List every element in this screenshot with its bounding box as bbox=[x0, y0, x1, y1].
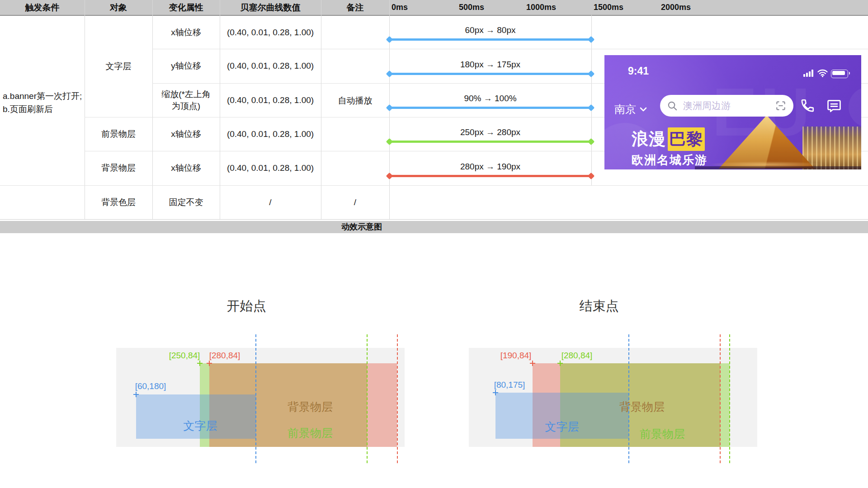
anim-value-label: 180px → 175px bbox=[389, 60, 591, 70]
anim-value-label: 280px → 190px bbox=[389, 162, 591, 172]
message-icon[interactable] bbox=[826, 98, 842, 113]
timeline-bar-fg-x bbox=[389, 141, 591, 143]
trigger-condition-cell: a.banner第一次打开; b.页面刷新后 bbox=[3, 89, 83, 116]
headline-white: 浪漫 bbox=[632, 128, 666, 150]
start-text-layer-label: 文字层 bbox=[155, 418, 245, 431]
end-fg-coord: [280,84] bbox=[554, 351, 599, 361]
bar-end-diamond bbox=[588, 138, 595, 145]
end-fg-layer-label: 前景物层 bbox=[617, 427, 708, 439]
bar-end-diamond bbox=[588, 70, 595, 78]
timeline-tick-2000ms: 2000ms bbox=[661, 0, 691, 15]
end-bg-coord: [190,84] bbox=[493, 351, 538, 361]
search-icon bbox=[667, 101, 678, 111]
note-autoplay: 自动播放 bbox=[321, 16, 389, 185]
end-text-layer-label: 文字层 bbox=[517, 419, 607, 432]
search-input[interactable] bbox=[682, 100, 756, 112]
bar-end-diamond bbox=[588, 104, 595, 112]
trigger-line-2: b.页面刷新后 bbox=[3, 103, 83, 116]
end-bg-anchor-marker bbox=[530, 361, 535, 366]
header-trigger: 触发条件 bbox=[0, 0, 85, 15]
start-guide-red bbox=[397, 334, 398, 463]
timeline-bar-text-y bbox=[389, 73, 591, 75]
prop-x-move-1: x轴位移 bbox=[152, 16, 220, 49]
timeline-tick-500ms: 500ms bbox=[459, 0, 484, 15]
end-diagram-title: 结束点 bbox=[554, 297, 644, 315]
timeline-bar-text-x bbox=[389, 38, 591, 41]
bezier-value-1: (0.40, 0.01, 0.28, 1.00) bbox=[220, 16, 321, 49]
city-label: 南京 bbox=[614, 102, 636, 117]
start-diagram-title: 开始点 bbox=[201, 297, 292, 315]
prop-fixed: 固定不变 bbox=[152, 185, 220, 219]
timeline-tick-1000ms: 1000ms bbox=[526, 0, 556, 15]
bezier-slash: / bbox=[220, 185, 321, 219]
start-bg-layer-label: 背景物层 bbox=[265, 399, 355, 412]
start-fg-layer-label: 前景物层 bbox=[265, 426, 355, 438]
anim-value-label: 90% → 100% bbox=[389, 94, 591, 103]
banner-headline: 浪漫 巴黎 bbox=[632, 127, 705, 151]
object-bgcolor-layer: 背景色层 bbox=[85, 185, 152, 219]
prop-x-move-2: x轴位移 bbox=[152, 117, 220, 151]
prop-y-move: y轴位移 bbox=[152, 49, 220, 83]
timeline-bar-bg-x bbox=[389, 175, 591, 177]
start-text-coord: [60,180] bbox=[128, 381, 173, 391]
headline-yellow: 巴黎 bbox=[668, 127, 705, 151]
chevron-down-icon bbox=[640, 107, 647, 112]
start-bg-anchor-marker bbox=[207, 361, 212, 366]
start-fg-coord: [250,84] bbox=[162, 351, 207, 361]
photo-glow bbox=[708, 161, 826, 168]
header-property: 变化属性 bbox=[152, 0, 220, 15]
bezier-value-5: (0.40, 0.01, 0.28, 1.00) bbox=[220, 151, 321, 185]
phone-icon[interactable] bbox=[800, 98, 815, 113]
start-guide-blue bbox=[255, 334, 256, 463]
table-bottom-border bbox=[0, 219, 868, 220]
banner-deco-circle bbox=[849, 87, 861, 127]
bar-end-diamond bbox=[588, 173, 595, 180]
timeline-tick-1500ms: 1500ms bbox=[594, 0, 623, 15]
note-slash: / bbox=[321, 185, 389, 219]
trigger-line-1: a.banner第一次打开; bbox=[3, 89, 83, 103]
object-text-layer: 文字层 bbox=[85, 16, 152, 117]
header-object: 对象 bbox=[85, 0, 152, 15]
bezier-value-2: (0.40, 0.01, 0.28, 1.00) bbox=[220, 49, 321, 83]
start-bg-coord: [280,84] bbox=[202, 351, 247, 361]
header-note: 备注 bbox=[321, 0, 389, 15]
prop-scale: 缩放(*左上角为顶点) bbox=[152, 83, 220, 117]
object-bg-layer: 背景物层 bbox=[85, 151, 152, 185]
end-guide-red bbox=[720, 334, 721, 463]
anim-value-label: 60px → 80px bbox=[389, 25, 591, 35]
object-fg-layer: 前景物层 bbox=[85, 117, 152, 151]
prop-x-move-3: x轴位移 bbox=[152, 151, 220, 185]
status-time: 9:41 bbox=[628, 65, 649, 77]
header-bezier: 贝塞尔曲线数值 bbox=[220, 0, 321, 15]
end-bg-layer-label: 背景物层 bbox=[597, 399, 687, 412]
end-guide-green bbox=[729, 334, 730, 463]
timeline-tick-0ms: 0ms bbox=[392, 0, 408, 15]
anim-value-label: 250px → 280px bbox=[389, 127, 591, 137]
bezier-value-4: (0.40, 0.01, 0.28, 1.00) bbox=[220, 117, 321, 151]
signal-icon bbox=[803, 70, 814, 77]
scan-icon[interactable] bbox=[775, 100, 787, 112]
end-guide-blue bbox=[628, 334, 629, 463]
start-fg-anchor-marker bbox=[197, 361, 203, 366]
section-divider-label: 动效示意图 bbox=[0, 221, 723, 233]
start-text-layer-rect bbox=[136, 394, 256, 439]
bar-end-diamond bbox=[588, 36, 595, 43]
phone-banner-mockup: EU 9:41 南京 bbox=[604, 55, 861, 169]
bezier-value-3: (0.40, 0.01, 0.28, 1.00) bbox=[220, 83, 321, 117]
start-text-anchor-marker bbox=[133, 392, 139, 397]
end-text-anchor-marker bbox=[493, 390, 498, 395]
start-guide-green bbox=[367, 334, 368, 463]
timeline-bar-text-scale bbox=[389, 107, 591, 109]
search-bar[interactable] bbox=[660, 95, 793, 117]
end-text-coord: [80,175] bbox=[487, 380, 532, 390]
battery-icon bbox=[831, 70, 848, 78]
end-fg-anchor-marker bbox=[557, 361, 563, 366]
city-selector[interactable]: 南京 bbox=[614, 99, 647, 120]
wifi-icon bbox=[817, 69, 828, 77]
banner-subline: 欧洲名城乐游 bbox=[632, 152, 708, 168]
